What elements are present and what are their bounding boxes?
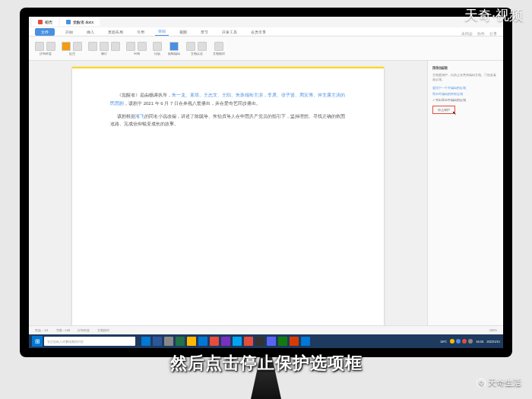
taskbar-app-icon[interactable] [233,337,242,346]
tool-compare[interactable]: 比较 [153,42,162,55]
start-button[interactable]: ⊞ [32,336,43,347]
panel-description: 文档受保护，以防止无意间编辑文档。只能查看此区域。 [432,73,499,81]
document-page[interactable]: 《觉醒者》是由杨涛执导，朱一龙、童瑶、王志文、王阳、朱珠领衔主演，李庚、张子贤、… [72,67,384,325]
taskbar-app-icon[interactable] [221,337,230,346]
taskbar-app-icon[interactable] [255,337,264,346]
doc-icon [66,20,71,24]
monitor-frame: 稻壳 觉醒者.docx 文件 开始 插入 页面布局 引用 审阅 视图 章节 开发… [20,8,512,357]
page-counter[interactable]: 页面：1/1 [35,328,49,332]
window-tabs: 稻壳 觉醒者.docx [29,17,503,27]
zoom-level[interactable]: 100% [489,328,497,332]
content-area: 《觉醒者》是由杨涛执导，朱一龙、童瑶、王志文、王阳、朱珠领衔主演，李庚、张子贤、… [29,61,503,325]
taskbar-app-icon[interactable] [176,337,185,346]
system-tray: 18°C 16:53 2022/1/11 [440,339,500,344]
sync-status[interactable]: 未同步 [461,31,473,36]
taskbar-app-icon[interactable] [187,337,196,346]
tab-label: 觉醒者.docx [73,20,93,24]
ribbon-tab-layout[interactable]: 页面布局 [105,28,126,36]
taskbar-app-icon[interactable] [153,337,162,346]
file-menu[interactable]: 文件 [35,28,55,36]
tray-icon[interactable] [462,339,467,344]
panel-title: 限制编辑 [432,65,499,70]
spellcheck-status[interactable]: 拼写检查 [78,328,90,332]
windows-taskbar: ⊞ 在这里输入你要搜索的内容 18°C 16:53 2022/1/11 [29,334,503,348]
tool-cert[interactable]: 文档认证 [186,42,207,55]
highlighted-text: 海飞 [135,114,144,119]
share-button[interactable]: 分享 [489,31,497,36]
ribbon-tab-view[interactable]: 视图 [176,28,190,36]
taskbar-search[interactable]: 在这里输入你要搜索的内容 [44,337,135,346]
status-bar: 页面：1/1 字数：140 拼写检查 文档校对 100% [29,325,503,334]
tray-icon[interactable] [468,339,473,344]
taskbar-app-icon[interactable] [210,337,219,346]
paragraph-2: 该剧根据海飞的同名小说改编，讲述了陈陇等、朱怡贞等人在中国共产党员的指引下，坚持… [110,112,346,129]
ribbon-tab-member[interactable]: 会员专享 [248,28,269,36]
clock[interactable]: 16:53 [476,340,483,344]
collab-button[interactable]: 协作 [477,31,485,36]
cursor-icon: ↖ [452,110,457,116]
tool-review[interactable]: 审阅 [126,42,147,55]
tool-spellcheck[interactable]: 拼写检查 [35,42,55,55]
stop-protection-button[interactable]: 停止保护 ↖ [432,106,455,114]
weather-widget[interactable]: 18°C [440,340,447,344]
watermark-bottom: Q 天奇生活 [477,377,521,388]
tray-icon[interactable] [456,339,461,344]
date[interactable]: 2022/1/11 [486,340,500,344]
tab-label: 稻壳 [45,20,52,24]
taskbar-app-icon[interactable] [198,337,207,346]
word-count[interactable]: 字数：140 [56,328,71,332]
ribbon-right: 未同步 协作 分享 [461,31,497,36]
taskbar-app-icon[interactable] [301,337,310,346]
tab-home[interactable]: 稻壳 [32,18,59,26]
ribbon-toolbar: 拼写检查 批注 修订 审阅 比较 限制编辑 文档认证 文档校对 [29,36,503,61]
highlight-regions-checkbox[interactable]: ✓ 突出显示可编辑的区域 [432,98,499,102]
ribbon-tab-chapter[interactable]: 章节 [198,28,211,36]
tab-document[interactable]: 觉醒者.docx [60,18,100,26]
taskbar-app-icon[interactable] [278,337,287,346]
taskbar-apps [141,337,310,346]
ribbon-tab-start[interactable]: 开始 [62,28,76,36]
ribbon-tabs: 文件 开始 插入 页面布局 引用 审阅 视图 章节 开发工具 会员专享 未同步 … [29,27,503,36]
logo-icon: Q [477,378,486,388]
ribbon-tab-dev[interactable]: 开发工具 [219,28,240,36]
taskbar-app-icon[interactable] [290,337,299,346]
taskbar-app-icon[interactable] [267,337,276,346]
tray-icon[interactable] [450,339,454,344]
tool-protect[interactable]: 限制编辑 [168,42,180,55]
tool-track[interactable]: 修订 [88,42,120,55]
taskbar-app-icon[interactable] [141,337,150,346]
find-next-region[interactable]: 查找下一个可编辑的区域 [432,86,499,90]
desktop-screen: 稻壳 觉醒者.docx 文件 开始 插入 页面布局 引用 审阅 视图 章节 开发… [29,17,503,348]
taskbar-app-icon[interactable] [164,337,173,346]
ribbon-tab-references[interactable]: 引用 [134,28,147,36]
restrict-editing-panel: 限制编辑 文档受保护，以防止无意间编辑文档。只能查看此区域。 查找下一个可编辑的… [427,61,503,325]
tool-proof[interactable]: 文档校对 [213,42,225,55]
wps-icon [38,20,43,24]
proof-status[interactable]: 文档校对 [97,328,109,332]
paragraph-1: 《觉醒者》是由杨涛执导，朱一龙、童瑶、王志文、王阳、朱珠领衔主演，李庚、张子贤、… [110,91,346,108]
taskbar-app-icon[interactable] [244,337,253,346]
tool-comment[interactable]: 批注 [62,42,82,55]
watermark-top: 天奇·视频 [464,6,523,24]
ribbon-tab-review[interactable]: 审阅 [155,27,169,36]
show-all-regions[interactable]: 显示可编辑的所有区域 [432,92,499,96]
ribbon-tab-insert[interactable]: 插入 [84,28,97,36]
video-subtitle: 然后点击停止保护选项框 [170,352,363,375]
